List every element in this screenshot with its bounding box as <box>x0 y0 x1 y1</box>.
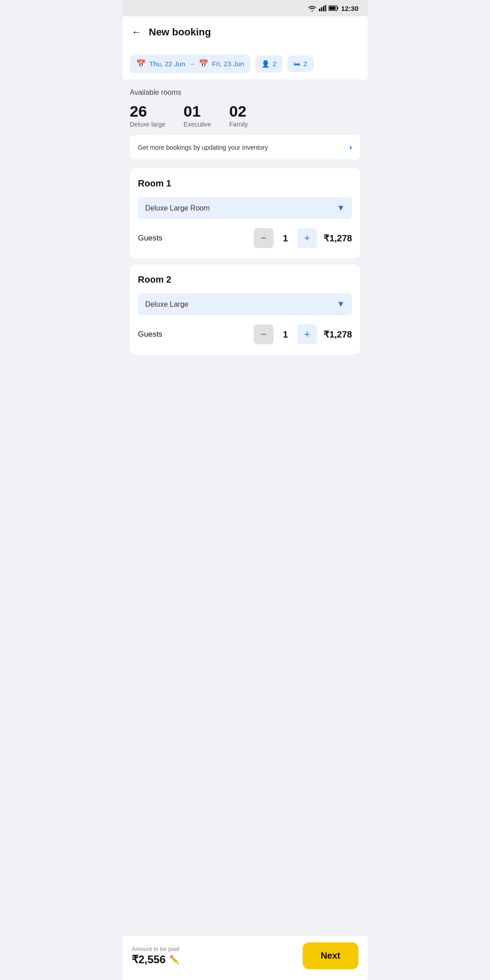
inventory-banner[interactable]: Get more bookings by updating your inven… <box>130 135 360 159</box>
stat-family: 02 Family <box>229 103 248 128</box>
available-section: Available rooms 26 Deluxe large 01 Execu… <box>122 79 368 159</box>
room2-type-text: Deluxe Large <box>145 300 188 309</box>
date-arrow: → <box>189 60 195 68</box>
room1-guests-label: Guests <box>138 234 247 243</box>
available-title: Available rooms <box>130 88 360 97</box>
room1-type-text: Deluxe Large Room <box>145 204 210 212</box>
stat-executive: 01 Executive <box>184 103 211 128</box>
room2-guests-label: Guests <box>138 330 247 339</box>
room2-type-select[interactable]: Deluxe Large ▼ <box>138 293 352 315</box>
guests-count: 2 <box>273 60 276 68</box>
rooms-count: 2 <box>303 60 307 68</box>
svg-rect-2 <box>323 6 324 11</box>
inventory-text: Get more bookings by updating your inven… <box>138 144 268 151</box>
room2-dropdown-icon: ▼ <box>337 299 345 309</box>
bed-icon: 🛏 <box>294 60 300 68</box>
wifi-icon <box>308 5 317 11</box>
room-card-1: Room 1 Deluxe Large Room ▼ Guests − 1 + … <box>130 168 360 258</box>
filter-row: 📅 Thu, 22 Jun → 📅 Fri, 23 Jun 👤 2 🛏 2 <box>122 48 368 79</box>
room1-type-select[interactable]: Deluxe Large Room ▼ <box>138 197 352 219</box>
stat-deluxe: 26 Deluxe large <box>130 103 166 128</box>
svg-rect-0 <box>319 9 320 11</box>
svg-rect-1 <box>321 7 322 11</box>
room1-dropdown-icon: ▼ <box>337 203 345 213</box>
svg-rect-6 <box>329 7 335 10</box>
room1-title: Room 1 <box>138 178 352 189</box>
check-in-date: Thu, 22 Jun <box>149 60 185 68</box>
room2-guests-row: Guests − 1 + ₹1,278 <box>138 324 352 344</box>
deluxe-label: Deluxe large <box>130 121 166 128</box>
room2-guests-plus[interactable]: + <box>297 324 317 344</box>
room1-guests-plus[interactable]: + <box>297 228 317 248</box>
rooms-list: Room 1 Deluxe Large Room ▼ Guests − 1 + … <box>122 168 368 406</box>
header: ← New booking <box>122 16 368 48</box>
calendar-icon-2: 📅 <box>199 59 208 69</box>
rooms-stats: 26 Deluxe large 01 Executive 02 Family <box>130 103 360 128</box>
status-icons <box>308 5 338 11</box>
room2-title: Room 2 <box>138 274 352 285</box>
family-count: 02 <box>229 103 248 120</box>
room-card-2: Room 2 Deluxe Large ▼ Guests − 1 + ₹1,27… <box>130 265 360 354</box>
check-in-chip[interactable]: 📅 Thu, 22 Jun → 📅 Fri, 23 Jun <box>130 54 250 73</box>
page-title: New booking <box>149 26 211 38</box>
signal-icon <box>319 5 326 11</box>
status-bar: 12:30 <box>122 0 368 16</box>
guests-chip[interactable]: 👤 2 <box>255 55 283 73</box>
room1-price: ₹1,278 <box>323 233 352 244</box>
executive-label: Executive <box>184 121 211 128</box>
room1-guests-count: 1 <box>280 233 291 244</box>
family-label: Family <box>229 121 248 128</box>
calendar-icon: 📅 <box>136 59 146 69</box>
battery-icon <box>328 5 338 11</box>
inventory-arrow-icon: › <box>349 142 352 152</box>
guests-icon: 👤 <box>261 60 270 68</box>
back-button[interactable]: ← <box>130 24 143 40</box>
room1-guests-minus[interactable]: − <box>254 228 274 248</box>
deluxe-count: 26 <box>130 103 166 120</box>
room2-guests-count: 1 <box>280 329 291 340</box>
check-out-date: Fri, 23 Jun <box>212 60 244 68</box>
room1-guests-row: Guests − 1 + ₹1,278 <box>138 228 352 248</box>
svg-rect-5 <box>337 7 338 10</box>
room2-guests-minus[interactable]: − <box>254 324 274 344</box>
svg-rect-3 <box>325 5 326 11</box>
room2-price: ₹1,278 <box>323 329 352 340</box>
executive-count: 01 <box>184 103 211 120</box>
status-time: 12:30 <box>341 5 358 12</box>
rooms-chip[interactable]: 🛏 2 <box>287 55 313 72</box>
